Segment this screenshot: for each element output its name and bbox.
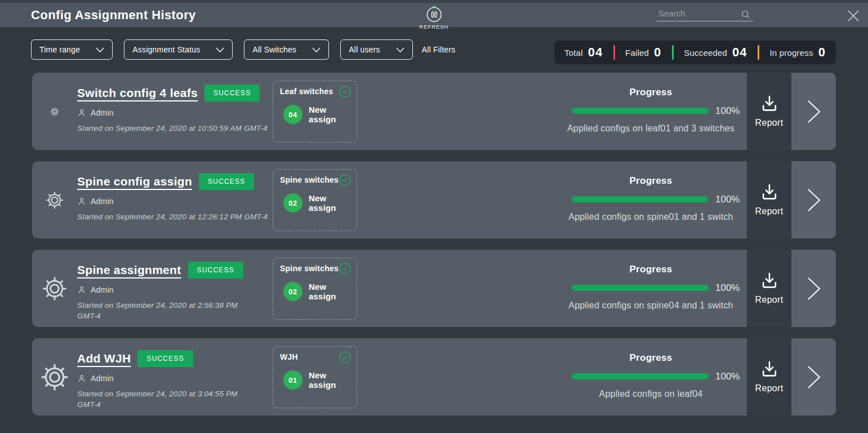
assignment-title-link[interactable]: Spine config assign	[77, 175, 192, 188]
started-timestamp: Started on September 24, 2020 at 3:04:55…	[77, 389, 239, 410]
switch-group-zone: Spine switches 02 New assign	[273, 161, 357, 238]
stat-failed-label: Failed	[625, 48, 649, 58]
progress-detail: Applied configs on spine01 and 1 switch	[568, 211, 733, 223]
filter-assignment-status[interactable]: Assignment Status	[124, 39, 233, 60]
progress-zone: Progress 100% Applied configs on leaf04	[555, 338, 747, 416]
refresh-button[interactable]: REFRESH	[419, 4, 448, 30]
filter-assignment-status-label: Assignment Status	[132, 45, 200, 54]
assignment-info: Spine config assign SUCCESS Admin Starte…	[77, 161, 273, 238]
filter-all-switches-label: All Switches	[252, 45, 296, 54]
user-label: Admin	[91, 197, 114, 206]
gear-icon	[32, 250, 77, 327]
action-label: New assign	[309, 370, 339, 390]
search-field	[656, 7, 753, 21]
page-title: Config Assignment History	[0, 8, 196, 23]
search-input[interactable]	[656, 7, 753, 21]
progress-detail: Applied configs on leaf04	[599, 388, 703, 400]
assignment-info: Switch config 4 leafs SUCCESS Admin Star…	[77, 73, 273, 150]
chevron-down-icon	[396, 47, 404, 52]
next-button[interactable]	[791, 250, 836, 327]
switch-count-badge: 01	[283, 370, 302, 390]
progress-title: Progress	[629, 352, 672, 364]
started-timestamp: Started on September 24, 2020 at 2:56:38…	[77, 301, 239, 322]
stat-in-progress-value: 0	[818, 45, 826, 60]
progress-bar	[572, 108, 709, 114]
close-button[interactable]	[846, 8, 861, 23]
switch-group-box: Spine switches 02 New assign	[273, 169, 357, 231]
progress-percent: 100%	[715, 105, 740, 117]
report-button[interactable]: Report	[747, 73, 791, 150]
filter-all-users-label: All users	[349, 45, 380, 54]
gear-icon	[32, 161, 77, 238]
action-label: New assign	[309, 105, 339, 125]
report-label: Report	[755, 383, 784, 394]
progress-percent: 100%	[715, 194, 740, 205]
filter-time-range[interactable]: Time range	[31, 39, 113, 60]
report-button[interactable]: Report	[747, 161, 791, 238]
inprogress-color-bar	[758, 45, 759, 60]
next-button[interactable]	[791, 73, 836, 150]
chevron-right-icon	[807, 276, 821, 301]
stat-succeeded: Succeeded 04	[684, 45, 747, 60]
next-button[interactable]	[791, 161, 836, 238]
download-icon	[759, 360, 780, 379]
check-circle-icon	[339, 174, 351, 187]
progress-percent: 100%	[715, 371, 740, 382]
report-label: Report	[755, 295, 784, 305]
stat-in-progress-label: In progress	[769, 48, 813, 58]
progress-detail: Applied configs on spine04 and 1 switch	[568, 300, 733, 311]
action-label: New assign	[309, 193, 339, 213]
switch-group-zone: WJH 01 New assign	[273, 338, 357, 416]
started-timestamp: Started on September 24, 2020 at 12:26:1…	[77, 212, 273, 223]
report-label: Report	[755, 118, 784, 128]
started-timestamp: Started on September 24, 2020 at 10:50:5…	[77, 123, 273, 134]
stat-total-value: 04	[588, 45, 603, 60]
chevron-right-icon	[807, 188, 821, 213]
chevron-down-icon	[312, 47, 321, 52]
assignment-card: Spine config assign SUCCESS Admin Starte…	[32, 161, 836, 238]
switch-group-box: WJH 01 New assign	[273, 346, 357, 408]
user-icon	[77, 285, 86, 294]
download-icon	[759, 183, 780, 202]
download-icon	[759, 95, 780, 114]
filter-all-switches[interactable]: All Switches	[244, 39, 329, 60]
switch-group-box: Spine switches 02 New assign	[273, 258, 357, 320]
stats-bar: Total 04 Failed 0 Succeeded 04 In progre…	[554, 41, 836, 64]
search-icon[interactable]	[741, 10, 751, 20]
progress-title: Progress	[629, 87, 672, 98]
user-label: Admin	[91, 285, 114, 294]
report-button[interactable]: Report	[747, 338, 791, 416]
assignment-card: Switch config 4 leafs SUCCESS Admin Star…	[32, 73, 836, 150]
all-filters-label[interactable]: All Filters	[422, 45, 456, 54]
stat-failed: Failed 0	[625, 45, 661, 60]
progress-zone: Progress 100% Applied configs on spine04…	[555, 250, 747, 327]
filter-all-users[interactable]: All users	[340, 39, 412, 60]
report-button[interactable]: Report	[747, 250, 791, 327]
stat-succeeded-label: Succeeded	[684, 48, 727, 58]
header: Config Assignment History REFRESH	[0, 0, 868, 27]
progress-bar	[572, 373, 709, 379]
assignment-card: Spine assignment SUCCESS Admin Started o…	[32, 250, 836, 327]
progress-bar	[572, 285, 709, 291]
switch-group-zone: Spine switches 02 New assign	[273, 250, 357, 327]
chevron-right-icon	[807, 365, 821, 390]
chevron-right-icon	[807, 99, 821, 124]
report-label: Report	[755, 206, 784, 216]
switch-count-badge: 04	[283, 105, 302, 124]
stat-failed-value: 0	[654, 45, 661, 60]
stat-total-label: Total	[564, 48, 583, 58]
assignment-title-link[interactable]: Switch config 4 leafs	[77, 86, 198, 100]
assignment-info: Spine assignment SUCCESS Admin Started o…	[77, 250, 273, 327]
progress-zone: Progress 100% Applied configs on leaf01 …	[555, 73, 747, 150]
progress-detail: Applied configs on leaf01 and 3 switches	[567, 123, 735, 134]
check-circle-icon	[339, 351, 351, 364]
assignment-title-link[interactable]: Add WJH	[77, 352, 131, 365]
next-button[interactable]	[791, 338, 836, 416]
assignment-title-link[interactable]: Spine assignment	[77, 263, 181, 277]
stat-total: Total 04	[564, 45, 603, 60]
failed-color-bar	[613, 45, 615, 60]
gear-icon	[32, 338, 77, 416]
stat-in-progress: In progress 0	[769, 45, 826, 60]
progress-title: Progress	[629, 264, 672, 275]
status-badge: SUCCESS	[199, 173, 254, 190]
